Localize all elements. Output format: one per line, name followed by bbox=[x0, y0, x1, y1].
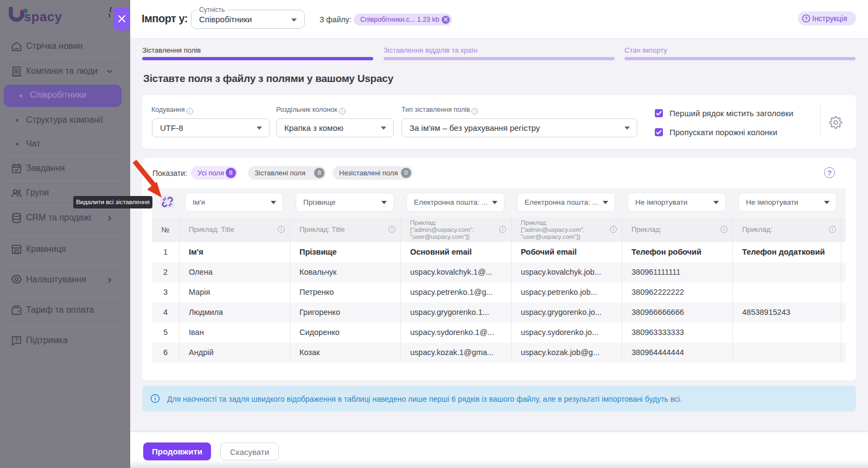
svg-text:?: ? bbox=[805, 16, 808, 21]
svg-text:spacy: spacy bbox=[24, 9, 62, 24]
svg-text:?: ? bbox=[15, 337, 18, 343]
